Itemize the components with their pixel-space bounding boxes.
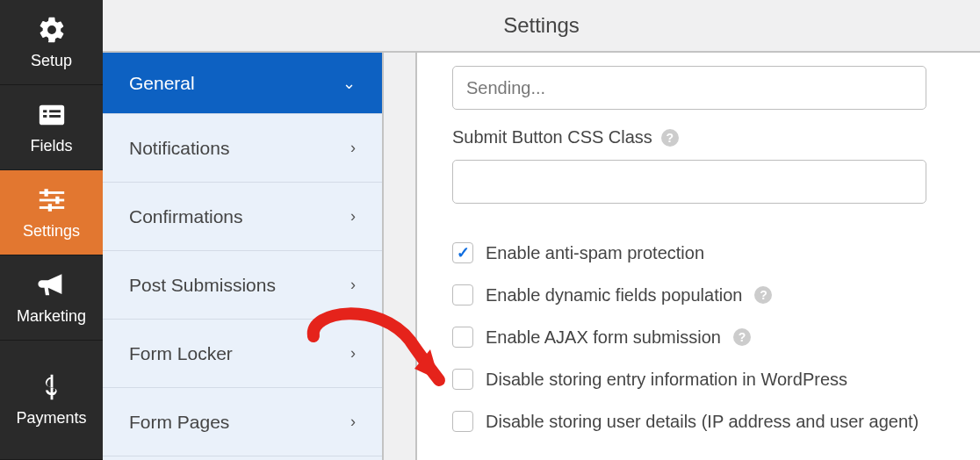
sliders-icon (37, 185, 67, 215)
rail-item-fields[interactable]: Fields (0, 85, 103, 170)
svg-rect-5 (39, 191, 63, 194)
chevron-right-icon: › (350, 413, 356, 431)
chevron-right-icon: › (350, 139, 356, 157)
rail-label: Fields (30, 137, 72, 155)
checkbox-dynamic[interactable] (452, 284, 473, 305)
checkbox-row-dynamic: Enable dynamic fields population ? (452, 284, 945, 305)
sidebar-item-label: Form Pages (129, 412, 229, 433)
svg-rect-6 (39, 198, 63, 201)
gear-icon (37, 15, 67, 45)
sidebar-item-label: Form Locker (129, 343, 233, 364)
svg-rect-4 (49, 115, 61, 118)
checkbox-row-antispam: Enable anti-spam protection (452, 242, 945, 263)
list-icon (37, 100, 67, 130)
sidebar-item-form-locker[interactable]: Form Locker › (103, 320, 382, 388)
svg-rect-3 (43, 115, 47, 118)
content-panel: Submit Button CSS Class ? Enable anti-sp… (417, 0, 980, 460)
settings-subnav: General ⌄ Notifications › Confirmations … (103, 0, 382, 460)
svg-rect-2 (49, 110, 61, 112)
checkbox-disable-entry[interactable] (452, 369, 473, 390)
css-class-label: Submit Button CSS Class (452, 127, 652, 147)
checkbox-disable-user[interactable] (452, 411, 473, 432)
rail-item-settings[interactable]: Settings (0, 170, 103, 255)
rail-label: Marketing (17, 307, 86, 326)
sidebar-item-label: Notifications (129, 138, 229, 159)
rail-item-setup[interactable]: Setup (0, 0, 103, 85)
sidebar-item-notifications[interactable]: Notifications › (103, 114, 382, 183)
chevron-right-icon: › (350, 276, 356, 294)
help-icon[interactable]: ? (754, 286, 772, 304)
svg-rect-1 (43, 110, 47, 112)
rail-label: Setup (31, 52, 72, 70)
rail-label: Settings (23, 222, 80, 241)
sidebar-item-confirmations[interactable]: Confirmations › (103, 183, 382, 251)
checkbox-label: Enable dynamic fields population (486, 285, 742, 305)
rail-item-payments[interactable]: Payments (0, 341, 103, 460)
checkbox-ajax[interactable] (452, 327, 473, 348)
sidebar-item-label: General (129, 73, 195, 94)
svg-rect-8 (44, 189, 47, 197)
checkbox-label: Disable storing entry information in Wor… (486, 370, 847, 390)
sidebar-item-post-submissions[interactable]: Post Submissions › (103, 251, 382, 320)
bullhorn-icon (37, 270, 67, 300)
chevron-right-icon: › (350, 344, 356, 363)
left-rail: Setup Fields Settings Marketing Payments (0, 0, 103, 460)
panel-divider (382, 0, 417, 460)
sidebar-item-label: Post Submissions (129, 275, 276, 296)
sidebar-item-general[interactable]: General ⌄ (103, 53, 382, 114)
chevron-right-icon: › (350, 207, 356, 226)
rail-label: Payments (16, 409, 86, 428)
help-icon[interactable]: ? (733, 328, 751, 346)
page-title: Settings (503, 13, 580, 38)
rail-item-marketing[interactable]: Marketing (0, 255, 103, 341)
checkbox-row-ajax: Enable AJAX form submission ? (452, 327, 945, 348)
svg-rect-9 (55, 196, 59, 204)
page-title-bar: Settings (103, 0, 980, 53)
sidebar-item-form-pages[interactable]: Form Pages › (103, 388, 382, 456)
sidebar-item-label: Confirmations (129, 206, 243, 227)
svg-rect-10 (47, 204, 51, 212)
checkbox-row-disable-user: Disable storing user details (IP address… (452, 411, 945, 432)
css-class-label-row: Submit Button CSS Class ? (452, 127, 945, 147)
help-icon[interactable]: ? (661, 129, 679, 147)
checkbox-row-disable-entry: Disable storing entry information in Wor… (452, 369, 945, 390)
dollar-icon (37, 372, 67, 402)
sending-text-input[interactable] (452, 66, 926, 110)
checkbox-antispam[interactable] (452, 242, 473, 263)
chevron-down-icon: ⌄ (342, 74, 356, 93)
css-class-input[interactable] (452, 160, 926, 204)
checkbox-label: Enable anti-spam protection (486, 243, 704, 263)
checkbox-label: Enable AJAX form submission (486, 327, 721, 348)
checkbox-label: Disable storing user details (IP address… (486, 412, 919, 432)
